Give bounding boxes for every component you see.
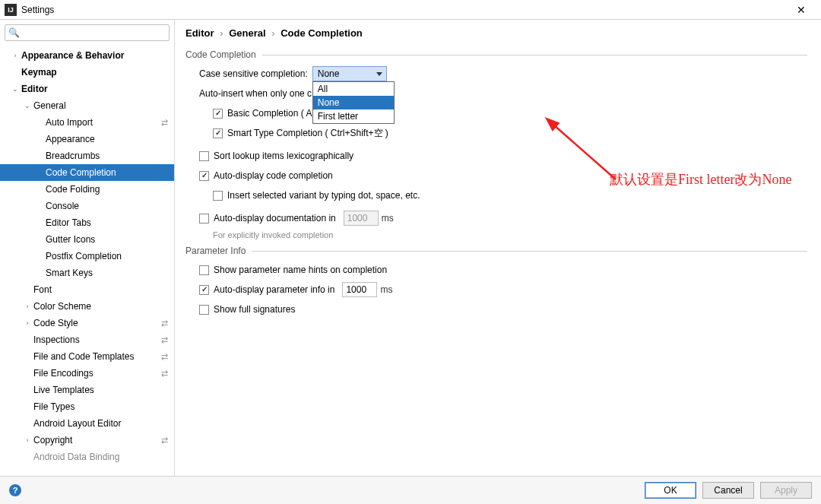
tree-item-label: Appearance: [44, 134, 95, 144]
tree-item-code-completion[interactable]: Code Completion: [0, 164, 174, 181]
annotation-text: 默认设置是First letter改为None: [610, 170, 791, 189]
tree-item-label: Code Folding: [44, 184, 100, 195]
auto-display-completion-checkbox[interactable]: [199, 171, 209, 181]
tree-item-label: Keymap: [20, 67, 57, 78]
search-input-wrap[interactable]: 🔍: [5, 24, 170, 41]
auto-display-param-input[interactable]: [342, 282, 377, 297]
footer: ? OK Cancel Apply: [0, 476, 821, 504]
chevron-icon: ›: [11, 52, 20, 59]
breadcrumb-a[interactable]: Editor: [185, 27, 214, 39]
tree-item-label: General: [32, 100, 66, 111]
basic-completion-checkbox[interactable]: [213, 109, 223, 119]
auto-display-doc-checkbox[interactable]: [199, 214, 209, 223]
show-full-signatures-label: Show full signatures: [214, 304, 295, 315]
chevron-right-icon: ›: [271, 27, 274, 39]
tree-item-label: Smart Keys: [44, 268, 93, 278]
apply-button[interactable]: Apply: [760, 482, 812, 499]
ok-button[interactable]: OK: [645, 482, 696, 499]
chevron-icon: ›: [23, 436, 32, 444]
tree-item-smart-keys[interactable]: Smart Keys: [0, 265, 174, 281]
tree-item-editor[interactable]: ⌄Editor: [0, 81, 174, 97]
help-icon[interactable]: ?: [9, 484, 21, 496]
sync-icon: ⇄: [161, 335, 168, 345]
tree-item-gutter-icons[interactable]: Gutter Icons: [0, 231, 174, 248]
tree-item-android-data-binding[interactable]: Android Data Binding: [0, 449, 174, 465]
tree-item-console[interactable]: Console: [0, 198, 174, 214]
section-parameter-info: Parameter Info: [185, 246, 807, 256]
smart-completion-label: Smart Type Completion ( Ctrl+Shift+空 ): [227, 127, 388, 140]
auto-display-doc-input[interactable]: [344, 211, 379, 226]
combo-dropdown: All None First letter: [312, 81, 395, 124]
auto-insert-label: Auto-insert when only one c: [199, 88, 312, 99]
breadcrumb-c: Code Completion: [281, 27, 363, 39]
auto-display-completion-label: Auto-display code completion: [214, 170, 333, 181]
sort-lexicographically-checkbox[interactable]: [199, 151, 209, 161]
tree-item-label: Android Data Binding: [32, 452, 119, 462]
close-button[interactable]: ✕: [786, 4, 816, 16]
auto-display-doc-label: Auto-display documentation in: [214, 213, 336, 223]
titlebar: IJ Settings ✕: [0, 0, 821, 20]
combo-option-first-letter[interactable]: First letter: [313, 109, 394, 123]
tree-item-inspections[interactable]: Inspections⇄: [0, 331, 174, 348]
case-sensitive-label: Case sensitive completion:: [199, 68, 308, 79]
chevron-icon: ⌄: [11, 85, 20, 93]
tree-item-label: File Types: [32, 401, 74, 412]
window-title: Settings: [21, 5, 786, 15]
tree-item-color-scheme[interactable]: ›Color Scheme: [0, 298, 174, 315]
insert-variant-label: Insert selected variant by typing dot, s…: [227, 190, 420, 201]
show-full-signatures-checkbox[interactable]: [199, 305, 209, 315]
combo-selected[interactable]: None: [312, 66, 387, 81]
content-pane: Editor › General › Code Completion Code …: [175, 20, 821, 476]
basic-completion-label: Basic Completion ( A: [227, 108, 312, 119]
case-sensitive-combo[interactable]: None All None First letter: [312, 66, 387, 81]
ms-label: ms: [382, 213, 394, 223]
search-icon: 🔍: [8, 27, 20, 38]
tree-item-file-types[interactable]: File Types: [0, 398, 174, 415]
smart-completion-checkbox[interactable]: [213, 128, 223, 138]
section-code-completion: Code Completion: [185, 49, 807, 60]
tree-item-code-style[interactable]: ›Code Style⇄: [0, 315, 174, 331]
tree-item-label: Code Completion: [44, 167, 116, 178]
tree-item-live-templates[interactable]: Live Templates: [0, 382, 174, 398]
tree-item-label: File Encodings: [32, 368, 94, 379]
tree-item-file-encodings[interactable]: File Encodings⇄: [0, 365, 174, 382]
tree-item-auto-import[interactable]: Auto Import⇄: [0, 114, 174, 131]
breadcrumb: Editor › General › Code Completion: [185, 27, 807, 39]
tree-item-editor-tabs[interactable]: Editor Tabs: [0, 214, 174, 231]
tree-item-postfix-completion[interactable]: Postfix Completion: [0, 248, 174, 265]
tree-item-file-and-code-templates[interactable]: File and Code Templates⇄: [0, 348, 174, 365]
tree-item-code-folding[interactable]: Code Folding: [0, 181, 174, 198]
tree-item-label: Inspections: [32, 334, 80, 345]
param-hints-checkbox[interactable]: [199, 265, 209, 275]
tree-item-label: Gutter Icons: [44, 234, 95, 245]
tree-item-label: Appearance & Behavior: [20, 50, 124, 61]
sync-icon: ⇄: [161, 436, 168, 445]
tree-item-label: Copyright: [32, 435, 72, 445]
cancel-button[interactable]: Cancel: [702, 482, 754, 499]
breadcrumb-b[interactable]: General: [229, 27, 265, 39]
combo-option-all[interactable]: All: [313, 82, 394, 96]
sort-lexicographically-label: Sort lookup items lexicographically: [214, 151, 353, 161]
tree-item-general[interactable]: ⌄General: [0, 97, 174, 114]
tree-item-appearance-behavior[interactable]: ›Appearance & Behavior: [0, 47, 174, 64]
sync-icon: ⇄: [161, 118, 168, 128]
tree-item-label: Android Layout Editor: [32, 418, 121, 429]
tree-item-label: Font: [32, 284, 52, 295]
chevron-icon: ⌄: [23, 102, 32, 109]
combo-option-none[interactable]: None: [313, 96, 394, 109]
tree-item-label: Breadcrumbs: [44, 151, 100, 161]
tree-item-breadcrumbs[interactable]: Breadcrumbs: [0, 147, 174, 164]
auto-display-param-checkbox[interactable]: [199, 285, 209, 295]
tree-item-label: Color Scheme: [32, 301, 91, 312]
tree-item-font[interactable]: Font: [0, 281, 174, 298]
tree-item-android-layout-editor[interactable]: Android Layout Editor: [0, 415, 174, 432]
chevron-icon: ›: [23, 303, 32, 310]
tree-item-appearance[interactable]: Appearance: [0, 131, 174, 147]
tree-item-copyright[interactable]: ›Copyright⇄: [0, 432, 174, 449]
sidebar: 🔍 ›Appearance & BehaviorKeymap⌄Editor⌄Ge…: [0, 20, 175, 476]
sync-icon: ⇄: [161, 352, 168, 362]
search-input[interactable]: [21, 27, 166, 38]
insert-variant-checkbox[interactable]: [213, 191, 223, 201]
chevron-right-icon: ›: [220, 27, 223, 39]
tree-item-keymap[interactable]: Keymap: [0, 64, 174, 81]
